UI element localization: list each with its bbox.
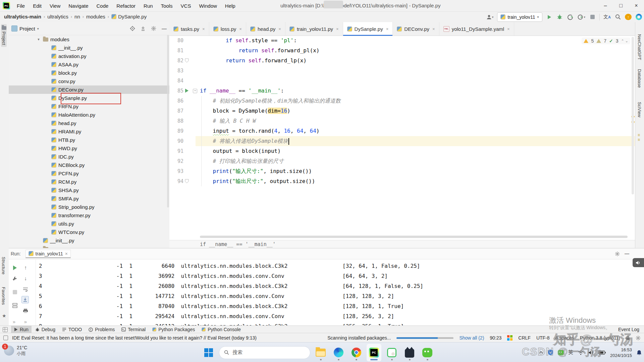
tool-window-sciview[interactable]: SciView	[637, 102, 642, 117]
bottom-tab-run[interactable]: Run	[11, 326, 32, 333]
run-with-coverage-button[interactable]: ▾	[577, 13, 586, 21]
close-button[interactable]: ×	[629, 0, 644, 11]
tool-window-switcher-icon[interactable]	[3, 327, 8, 332]
code-line-84[interactable]: 84	[169, 76, 635, 86]
show-all-link[interactable]: Show all (2)	[459, 335, 484, 341]
menu-item-edit[interactable]: Edit	[30, 2, 45, 10]
editor-tab-train_yolov11.py[interactable]: train_yolov11.py×	[285, 22, 343, 36]
tool-window-favorites[interactable]: Favorites	[1, 287, 6, 305]
project-tree-item[interactable]: RCM.py	[9, 178, 169, 186]
caret-position[interactable]: 90:23	[490, 335, 501, 341]
mute-speaker-button[interactable]	[633, 258, 644, 267]
menu-item-run[interactable]: Run	[140, 2, 156, 10]
close-icon[interactable]: ×	[278, 26, 281, 32]
collapse-all-icon[interactable]	[141, 26, 146, 31]
colored-squares-icon[interactable]	[507, 335, 513, 341]
menu-item-view[interactable]: View	[46, 2, 64, 10]
code-line-86[interactable]: 86 # 初始化DySample模块，dim为输入和输出的通道数	[169, 96, 635, 106]
menu-item-refactor[interactable]: Refactor	[113, 2, 139, 10]
editor-tab-yolo11_DySample.yaml[interactable]: YMLyolo11_DySample.yaml×	[439, 22, 514, 36]
code-line-85[interactable]: 85−if __name__ == '__main__':	[169, 86, 635, 96]
taskbar-app-windows-start[interactable]	[201, 344, 216, 361]
code-line-93[interactable]: 93 print("输入尺寸:", input.size())	[169, 166, 635, 176]
status-square-icon[interactable]	[3, 336, 8, 340]
status-message[interactable]: IDE Eval Reset: It has been a long time …	[12, 335, 257, 341]
project-tree-item[interactable]: ASAA.py	[9, 60, 169, 69]
project-tree-item[interactable]: conv.py	[9, 77, 169, 85]
translate-icon[interactable]: 文A	[603, 13, 611, 21]
up-stack-icon[interactable]: ↑	[22, 264, 29, 271]
plugin-swirl-icon[interactable]	[635, 13, 642, 21]
code-line-94[interactable]: 94 print("输出尺寸:", output.size())	[169, 176, 635, 186]
wifi-icon[interactable]	[578, 350, 584, 355]
volume-icon[interactable]	[588, 350, 594, 355]
security-shield-icon[interactable]	[548, 349, 553, 356]
project-tree-item[interactable]: utils.py	[9, 220, 169, 228]
project-tree-item[interactable]: transformer.py	[9, 211, 169, 220]
more-chevrons-icon[interactable]: »	[11, 318, 17, 325]
minimize-button[interactable]: –	[598, 0, 613, 11]
bottom-tab-python-console[interactable]: Python Console	[199, 326, 244, 333]
run-button[interactable]	[546, 13, 553, 21]
menu-item-navigate[interactable]: Navigate	[65, 2, 92, 10]
down-stack-icon[interactable]: ↓	[22, 275, 29, 282]
more-chevrons-icon[interactable]: »	[22, 318, 29, 325]
project-tree-item[interactable]: IDC.py	[9, 153, 169, 161]
inspections-widget[interactable]: 5 7 ✓ 3 ⌃ ⌄	[582, 38, 630, 44]
run-line-icon[interactable]	[185, 88, 189, 93]
battery-icon[interactable]	[598, 351, 606, 355]
lock-icon[interactable]	[626, 336, 630, 340]
favorites-star-icon[interactable]: ★	[2, 313, 6, 318]
search-everywhere-icon[interactable]	[614, 13, 621, 21]
editor-tab-head.py[interactable]: head.py×	[246, 22, 285, 36]
taskbar-app-pycharm[interactable]	[367, 344, 381, 361]
project-tree-item[interactable]: HaloAttention.py	[9, 111, 169, 119]
close-icon[interactable]: ×	[432, 26, 435, 32]
notification-bell-icon[interactable]	[636, 350, 642, 356]
breadcrumb-item[interactable]: DySanple.py	[111, 14, 147, 19]
menu-item-code[interactable]: Code	[93, 2, 112, 10]
stop-disabled-icon[interactable]	[11, 289, 18, 295]
project-tree-item[interactable]: block.py	[9, 69, 169, 77]
project-tree-item[interactable]: __init__.py	[9, 44, 169, 52]
tool-window-structure[interactable]: Structure	[1, 257, 6, 275]
project-tree-item[interactable]: HTB.py	[9, 136, 169, 144]
stop-button[interactable]	[589, 13, 596, 21]
wrench-icon[interactable]	[11, 275, 18, 282]
bottom-tab-todo[interactable]: TODO	[59, 326, 85, 333]
breadcrumb-item[interactable]: ultralytics-main	[4, 14, 41, 19]
interpreter-indicator[interactable]: Python 3.8 (yolo11)	[580, 335, 620, 341]
editor-tab-DySanple.py[interactable]: DySanple.py×	[343, 22, 393, 36]
project-tree-item[interactable]: __init__.py	[9, 236, 169, 245]
tool-window-nexchatgpt[interactable]: NexChatGPT	[637, 34, 642, 60]
hide-panel-icon[interactable]: —	[162, 26, 167, 32]
taskbar-app-edge[interactable]	[331, 344, 346, 361]
code-line-88[interactable]: 88 # 输入 B C H W	[169, 116, 635, 126]
taskbar-weather-widget[interactable]: 1 21°C 小雨	[4, 345, 27, 356]
encoding-indicator[interactable]: UTF-8	[536, 335, 550, 341]
code-line-82[interactable]: 82 return self.forward_lp(x)	[169, 56, 635, 66]
editor-tab-tasks.py[interactable]: tasks.py×	[169, 22, 209, 36]
soft-wrap-icon[interactable]	[22, 286, 29, 293]
taskbar-app-wechat[interactable]	[420, 344, 435, 361]
run-settings-gear-icon[interactable]	[615, 251, 620, 256]
menu-item-tools[interactable]: Tools	[158, 2, 176, 10]
locate-file-icon[interactable]	[130, 26, 135, 31]
editor-tab-loss.py[interactable]: loss.py×	[209, 22, 246, 36]
breadcrumb-item[interactable]: ultralytics	[47, 14, 68, 19]
close-icon[interactable]: ×	[336, 26, 339, 32]
taskbar-app-green-app[interactable]	[384, 344, 399, 361]
project-tree-item[interactable]: Strip_pooling.py	[9, 203, 169, 211]
tool-window-project[interactable]: Project	[1, 24, 7, 47]
project-tree-item[interactable]: head.py	[9, 119, 169, 127]
project-tree-item[interactable]: HWD.py	[9, 144, 169, 153]
wechat-tray-icon[interactable]	[558, 350, 564, 355]
breadcrumb-item[interactable]: modules	[86, 14, 105, 19]
tray-expand-icon[interactable]	[539, 351, 543, 354]
project-tree-item[interactable]: WTConv.py	[9, 228, 169, 236]
settings-bubble-icon[interactable]	[636, 336, 641, 341]
code-line-87[interactable]: 87 block = DySample(dim=16)	[169, 106, 635, 116]
project-tree-item[interactable]: activation.py	[9, 52, 169, 60]
editor-vscrollbar[interactable]	[632, 37, 634, 194]
bottom-tab-problems[interactable]: Problems	[86, 326, 118, 333]
